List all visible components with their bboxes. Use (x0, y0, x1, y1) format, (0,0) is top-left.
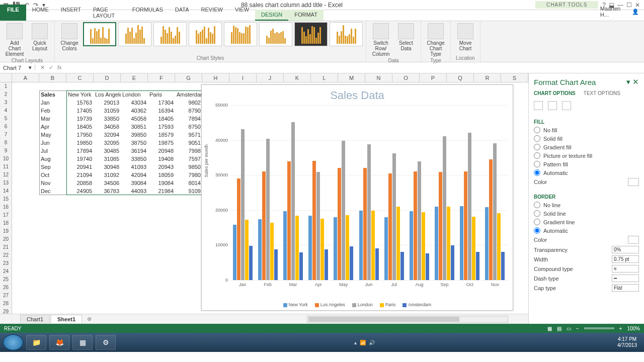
cell[interactable]: 8750 (175, 123, 202, 131)
bar[interactable] (316, 172, 320, 280)
border-section-header[interactable]: BORDER (534, 191, 639, 201)
user-account[interactable]: Maarten H...👤 (595, 3, 644, 21)
cell[interactable]: 31059 (94, 107, 121, 115)
chart-plot-area[interactable]: 01000020000300004000050000JanFebMarAprMa… (230, 105, 508, 280)
size-props-icon[interactable] (562, 101, 571, 110)
horizontal-scrollbar[interactable] (307, 316, 508, 323)
cell[interactable]: Amsterdam (175, 90, 202, 99)
bar[interactable] (241, 129, 245, 280)
legend-item[interactable]: London (352, 302, 373, 307)
view-break-icon[interactable]: ▭ (567, 326, 571, 331)
bar[interactable] (266, 139, 270, 280)
tab-home[interactable]: HOME (26, 5, 55, 21)
bar[interactable] (287, 161, 291, 280)
cell[interactable]: 9051 (175, 139, 202, 147)
row-header-6[interactable]: 6 (0, 123, 12, 131)
cell[interactable]: 9571 (175, 131, 202, 139)
bar[interactable] (468, 133, 471, 280)
cell[interactable]: 19740 (66, 155, 94, 163)
pane-tab-chart-options[interactable]: CHART OPTIONS (534, 90, 576, 96)
cell[interactable]: 44093 (121, 187, 148, 195)
cell[interactable]: 30851 (121, 123, 148, 131)
cell[interactable]: 9109 (175, 187, 202, 195)
cell[interactable]: 21984 (148, 187, 175, 195)
cell[interactable]: 18059 (148, 171, 175, 179)
bar[interactable] (414, 171, 417, 280)
pane-close-icon[interactable]: ✕ (632, 77, 639, 86)
bar[interactable] (334, 217, 337, 280)
row-header-9[interactable]: 9 (0, 147, 12, 155)
cell[interactable]: 19739 (66, 115, 94, 123)
tab-view[interactable]: VIEW (229, 5, 255, 21)
legend-item[interactable]: Amsterdam (403, 302, 431, 307)
cell[interactable]: 7998 (175, 147, 202, 155)
no-line-radio[interactable] (534, 202, 540, 208)
pane-dropdown-icon[interactable]: ▾ (626, 77, 630, 86)
bar[interactable] (308, 216, 312, 280)
bar[interactable] (388, 173, 392, 280)
bar[interactable] (283, 211, 287, 280)
cell[interactable]: 17304 (148, 99, 175, 107)
tray-icon[interactable]: ▴ (354, 340, 357, 345)
cell[interactable]: 33850 (94, 115, 121, 123)
cell[interactable]: 18405 (148, 115, 175, 123)
automatic-fill-radio[interactable] (534, 169, 540, 176)
bar[interactable] (400, 252, 404, 280)
select-data-button[interactable]: Select Data (394, 22, 418, 52)
bar[interactable] (245, 220, 249, 280)
col-header-A[interactable]: A (12, 73, 39, 82)
app-icon[interactable]: ⚙ (96, 335, 116, 350)
zoom-out-icon[interactable]: − (576, 326, 579, 331)
cell[interactable]: Jun (39, 139, 66, 147)
col-header-D[interactable]: D (94, 73, 121, 82)
col-header-L[interactable]: L (311, 73, 338, 82)
bar[interactable] (274, 249, 278, 280)
col-header-H[interactable]: H (202, 73, 229, 82)
row-header-18[interactable]: 18 (0, 219, 12, 227)
bar[interactable] (418, 161, 421, 280)
row-header-7[interactable]: 7 (0, 131, 12, 139)
cell[interactable]: New York (66, 90, 94, 99)
cell[interactable]: 30485 (94, 147, 121, 155)
new-sheet-button[interactable]: ⊕ (87, 316, 92, 322)
cell[interactable]: 17593 (148, 123, 175, 131)
row-header-12[interactable]: 12 (0, 171, 12, 179)
bar[interactable] (384, 217, 388, 280)
bar[interactable] (295, 216, 299, 280)
cell[interactable]: 16394 (148, 107, 175, 115)
bar[interactable] (233, 225, 236, 280)
row-header-20[interactable]: 20 (0, 235, 12, 243)
chart-legend[interactable]: New YorkLos AngelesLondonParisAmsterdam (202, 302, 513, 307)
tab-page-layout[interactable]: PAGE LAYOUT (87, 5, 126, 21)
row-header-8[interactable]: 8 (0, 139, 12, 147)
row-header-22[interactable]: 22 (0, 251, 12, 259)
bar[interactable] (439, 172, 442, 280)
formula-input[interactable] (67, 65, 644, 71)
cell[interactable]: Jul (39, 147, 66, 155)
row-header-26[interactable]: 26 (0, 284, 12, 292)
row-header-15[interactable]: 15 (0, 195, 12, 203)
name-box[interactable]: Chart 7▾ (0, 64, 35, 71)
cell[interactable]: 41093 (121, 163, 148, 171)
add-chart-element-button[interactable]: Add Chart Element (3, 22, 26, 58)
cell[interactable]: Aug (39, 155, 66, 163)
quick-layout-button[interactable]: Quick Layout (28, 22, 51, 52)
col-header-N[interactable]: N (365, 73, 392, 82)
compound-type-select[interactable]: ≡ (612, 265, 639, 273)
solid-line-radio[interactable] (534, 210, 540, 217)
cell[interactable]: 39084 (121, 179, 148, 187)
bar[interactable] (426, 253, 429, 280)
cell[interactable]: 8790 (175, 107, 202, 115)
col-header-G[interactable]: G (175, 73, 202, 82)
enter-icon[interactable]: ✓ (49, 64, 53, 71)
bar[interactable] (447, 207, 450, 280)
bar[interactable] (262, 171, 266, 280)
cell[interactable]: 19408 (148, 155, 175, 163)
row-header-14[interactable]: 14 (0, 187, 12, 195)
row-header-16[interactable]: 16 (0, 203, 12, 211)
bar[interactable] (497, 213, 501, 280)
row-header-5[interactable]: 5 (0, 115, 12, 123)
row-header-27[interactable]: 27 (0, 292, 12, 300)
col-header-Q[interactable]: Q (447, 73, 474, 82)
zoom-slider[interactable] (584, 327, 614, 329)
